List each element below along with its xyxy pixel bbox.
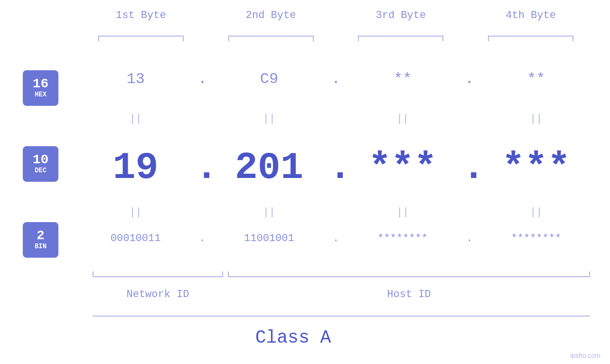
- bin-b1: 00010011: [76, 233, 195, 244]
- hex-row: 13 . C9 . ** . **: [76, 70, 596, 88]
- column-headers: 1st Byte 2nd Byte 3rd Byte 4th Byte: [76, 9, 596, 21]
- bracket-4: [488, 36, 573, 41]
- eq1-4: ||: [477, 113, 596, 125]
- badge-bin-num: 2: [37, 229, 45, 243]
- bracket-wrap-4: [466, 36, 596, 41]
- network-id-bracket: [93, 271, 223, 277]
- eq1-3: ||: [343, 113, 462, 125]
- bin-dot-1: .: [195, 233, 209, 244]
- bin-row: 00010011 . 11001001 . ******** . *******…: [76, 233, 596, 244]
- hex-b4: **: [477, 70, 596, 88]
- badge-dec: 10 DEC: [23, 146, 58, 182]
- eq2-4: ||: [477, 206, 596, 218]
- hex-dot-1: .: [195, 70, 209, 88]
- host-id-label: Host ID: [228, 289, 590, 300]
- bin-b4: ********: [477, 233, 596, 244]
- dec-b1: 19: [76, 146, 195, 189]
- top-brackets: [76, 36, 596, 41]
- bin-dot-3: .: [462, 233, 477, 244]
- bracket-2: [228, 36, 314, 41]
- bracket-wrap-3: [336, 36, 466, 41]
- dec-dot-3: .: [462, 146, 477, 189]
- dec-row: 19 . 201 . *** . ***: [76, 146, 596, 189]
- watermark: ipshu.com: [570, 352, 601, 359]
- bin-b3: ********: [343, 233, 462, 244]
- hex-b2: C9: [209, 70, 328, 88]
- eq2-1: ||: [76, 206, 195, 218]
- col-header-2: 2nd Byte: [206, 9, 336, 21]
- equals-row-1: || || || ||: [76, 113, 596, 125]
- bin-dot-2: .: [329, 233, 343, 244]
- hex-dot-2: .: [329, 70, 343, 88]
- eq1-1: ||: [76, 113, 195, 125]
- host-id-bracket: [228, 271, 590, 277]
- bin-b2: 11001001: [209, 233, 328, 244]
- dec-b2: 201: [209, 146, 328, 189]
- badge-hex: 16 HEX: [23, 70, 58, 106]
- bracket-wrap-2: [206, 36, 336, 41]
- badge-hex-num: 16: [33, 77, 49, 91]
- badge-hex-label: HEX: [35, 91, 47, 99]
- hex-b3: **: [343, 70, 462, 88]
- badge-dec-label: DEC: [35, 167, 47, 175]
- badge-dec-num: 10: [33, 153, 49, 167]
- class-a-label: Class A: [0, 327, 586, 348]
- network-id-label: Network ID: [93, 289, 223, 300]
- badge-bin: 2 BIN: [23, 222, 58, 258]
- dec-dot-2: .: [329, 146, 343, 189]
- dec-dot-1: .: [195, 146, 209, 189]
- eq2-3: ||: [343, 206, 462, 218]
- bracket-wrap-1: [76, 36, 206, 41]
- bracket-1: [98, 36, 184, 41]
- hex-b1: 13: [76, 70, 195, 88]
- col-header-3: 3rd Byte: [336, 9, 466, 21]
- main-container: 1st Byte 2nd Byte 3rd Byte 4th Byte 16 H…: [0, 0, 610, 364]
- col-header-4: 4th Byte: [466, 9, 596, 21]
- bracket-3: [358, 36, 443, 41]
- bottom-line: [93, 316, 590, 317]
- dec-b4: ***: [477, 146, 596, 189]
- eq1-2: ||: [209, 113, 328, 125]
- equals-row-2: || || || ||: [76, 206, 596, 218]
- hex-dot-3: .: [462, 70, 477, 88]
- badge-bin-label: BIN: [35, 243, 47, 251]
- col-header-1: 1st Byte: [76, 9, 206, 21]
- eq2-2: ||: [209, 206, 328, 218]
- dec-b3: ***: [343, 146, 462, 189]
